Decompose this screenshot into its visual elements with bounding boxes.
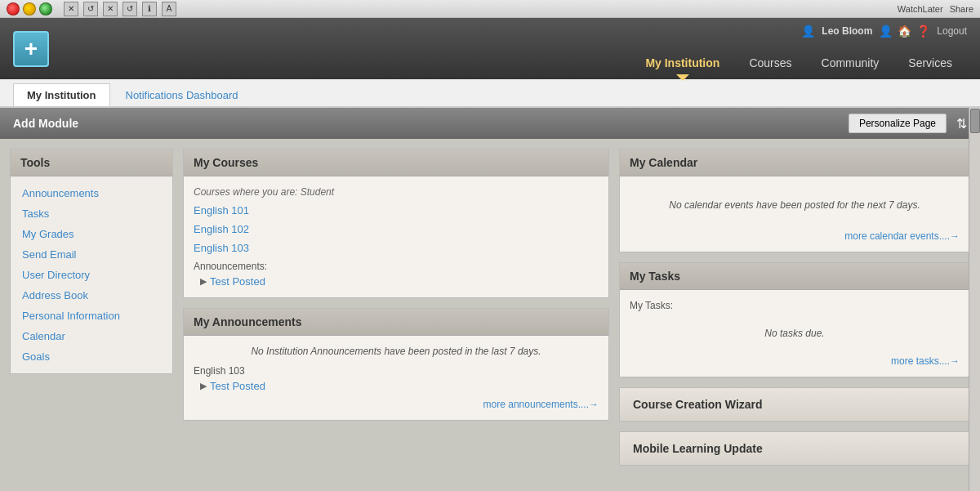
- course-creation-wizard-bar[interactable]: Course Creation Wizard: [619, 387, 970, 422]
- os-icons: ✕ ↺ ✕ ↺ ℹ A: [64, 2, 176, 16]
- no-announcements-text: No Institution Announcements have been p…: [194, 346, 599, 357]
- my-calendar-card: My Calendar No calendar events have been…: [619, 149, 970, 252]
- close-window-btn[interactable]: [7, 2, 20, 16]
- left-column: Tools Announcements Tasks My Grades Send…: [10, 149, 173, 481]
- main-nav: My Institution Courses Community Service…: [630, 47, 967, 79]
- tools-list: Announcements Tasks My Grades Send Email…: [11, 176, 172, 373]
- nav-community[interactable]: Community: [807, 47, 894, 79]
- tool-user-directory[interactable]: User Directory: [11, 265, 172, 285]
- help-icon[interactable]: ❓: [916, 25, 930, 38]
- os-icon-4[interactable]: ↺: [122, 2, 137, 16]
- mobile-learning-label: Mobile Learning Update: [633, 442, 763, 455]
- my-announcements-header: My Announcements: [184, 309, 608, 336]
- tool-send-email[interactable]: Send Email: [11, 244, 172, 265]
- my-courses-card: My Courses Courses where you are: Studen…: [183, 149, 609, 298]
- scroll-track: [969, 108, 980, 491]
- right-column: My Calendar No calendar events have been…: [619, 149, 970, 481]
- no-tasks-text: No tasks due.: [630, 318, 960, 349]
- sort-icon[interactable]: ⇅: [956, 116, 967, 132]
- watch-later-label: WatchLater: [898, 4, 943, 14]
- more-calendar-events-link[interactable]: more calendar events....→: [630, 230, 960, 242]
- user-icon: 👤: [801, 25, 815, 38]
- my-calendar-body: No calendar events have been posted for …: [620, 176, 969, 252]
- announcement-test-posted[interactable]: ▶ Test Posted: [200, 380, 599, 392]
- test-posted-link[interactable]: Test Posted: [210, 275, 265, 288]
- os-right: WatchLater Share: [898, 4, 973, 14]
- my-tasks-card: My Tasks My Tasks: No tasks due. more ta…: [619, 262, 970, 377]
- module-bar: Add Module Personalize Page ⇅: [0, 108, 980, 139]
- home-icon[interactable]: 🏠: [898, 25, 911, 38]
- mobile-learning-bar[interactable]: Mobile Learning Update: [619, 431, 970, 466]
- tool-my-grades[interactable]: My Grades: [11, 224, 172, 244]
- nav-services[interactable]: Services: [893, 47, 967, 79]
- middle-column: My Courses Courses where you are: Studen…: [183, 149, 609, 481]
- nav-icons: 👤 🏠 ❓: [879, 25, 930, 38]
- personalize-page-button[interactable]: Personalize Page: [849, 114, 947, 133]
- os-controls: [7, 2, 52, 16]
- app-header: + 👤 Leo Bloom 👤 🏠 ❓ Logout My Institutio…: [0, 18, 980, 79]
- nav-my-institution[interactable]: My Institution: [630, 47, 734, 79]
- more-tasks-link[interactable]: more tasks....→: [630, 355, 960, 367]
- os-bar-left: ✕ ↺ ✕ ↺ ℹ A: [7, 2, 176, 16]
- os-icon-5[interactable]: ℹ: [142, 2, 157, 16]
- course-english-103[interactable]: English 103: [194, 242, 599, 254]
- tool-calendar[interactable]: Calendar: [11, 326, 172, 346]
- nav-right: 👤 Leo Bloom 👤 🏠 ❓ Logout My Institution …: [630, 18, 967, 79]
- tab-bar: My Institution Notifications Dashboard: [0, 79, 980, 108]
- tool-announcements[interactable]: Announcements: [11, 183, 172, 203]
- my-tasks-body: My Tasks: No tasks due. more tasks....→: [620, 290, 969, 377]
- tool-personal-information[interactable]: Personal Information: [11, 306, 172, 326]
- os-icon-1[interactable]: ✕: [64, 2, 78, 16]
- scroll-thumb[interactable]: [970, 109, 980, 133]
- user-bar: 👤 Leo Bloom 👤 🏠 ❓ Logout: [630, 18, 967, 38]
- minimize-window-btn[interactable]: [23, 2, 36, 16]
- my-announcements-body: No Institution Announcements have been p…: [184, 336, 608, 420]
- tool-address-book[interactable]: Address Book: [11, 285, 172, 306]
- announcements-course-label: English 103: [194, 365, 599, 377]
- announcement-test-posted-link[interactable]: Test Posted: [210, 380, 265, 392]
- courses-subtitle: Courses where you are: Student: [194, 186, 599, 198]
- course-english-102[interactable]: English 102: [194, 223, 599, 235]
- os-icon-2[interactable]: ↺: [83, 2, 98, 16]
- course-test-posted-item[interactable]: ▶ Test Posted: [200, 275, 599, 288]
- course-english-101[interactable]: English 101: [194, 204, 599, 216]
- tools-header: Tools: [11, 150, 172, 176]
- my-courses-header: My Courses: [184, 150, 608, 176]
- os-icon-6[interactable]: A: [162, 2, 176, 16]
- tool-goals[interactable]: Goals: [11, 346, 172, 367]
- my-tasks-header: My Tasks: [620, 263, 969, 290]
- nav-courses[interactable]: Courses: [734, 47, 806, 79]
- my-courses-body: Courses where you are: Student English 1…: [184, 176, 608, 297]
- os-icon-3[interactable]: ✕: [103, 2, 118, 16]
- my-announcements-card: My Announcements No Institution Announce…: [183, 308, 609, 421]
- main-content: Tools Announcements Tasks My Grades Send…: [0, 139, 980, 491]
- tool-tasks[interactable]: Tasks: [11, 203, 172, 224]
- user-name-label: Leo Bloom: [822, 25, 872, 37]
- announcement-chevron-icon: ▶: [200, 381, 207, 391]
- share-label: Share: [950, 4, 973, 14]
- more-announcements-link[interactable]: more announcements....→: [194, 399, 599, 410]
- chevron-icon: ▶: [200, 276, 207, 287]
- add-button[interactable]: +: [13, 31, 49, 67]
- person-icon[interactable]: 👤: [879, 25, 893, 38]
- no-calendar-events-text: No calendar events have been posted for …: [630, 186, 960, 224]
- tasks-label: My Tasks:: [630, 300, 960, 311]
- tab-my-institution[interactable]: My Institution: [13, 83, 110, 106]
- module-bar-right: Personalize Page ⇅: [849, 114, 967, 133]
- os-bar: ✕ ↺ ✕ ↺ ℹ A WatchLater Share: [0, 0, 980, 18]
- maximize-window-btn[interactable]: [39, 2, 52, 16]
- tools-box: Tools Announcements Tasks My Grades Send…: [10, 149, 173, 374]
- announcements-label: Announcements:: [194, 261, 599, 272]
- add-module-button[interactable]: Add Module: [13, 117, 78, 130]
- tab-notifications-dashboard[interactable]: Notifications Dashboard: [112, 83, 252, 106]
- logout-button[interactable]: Logout: [937, 25, 967, 37]
- course-creation-label: Course Creation Wizard: [633, 398, 763, 411]
- my-calendar-header: My Calendar: [620, 150, 969, 176]
